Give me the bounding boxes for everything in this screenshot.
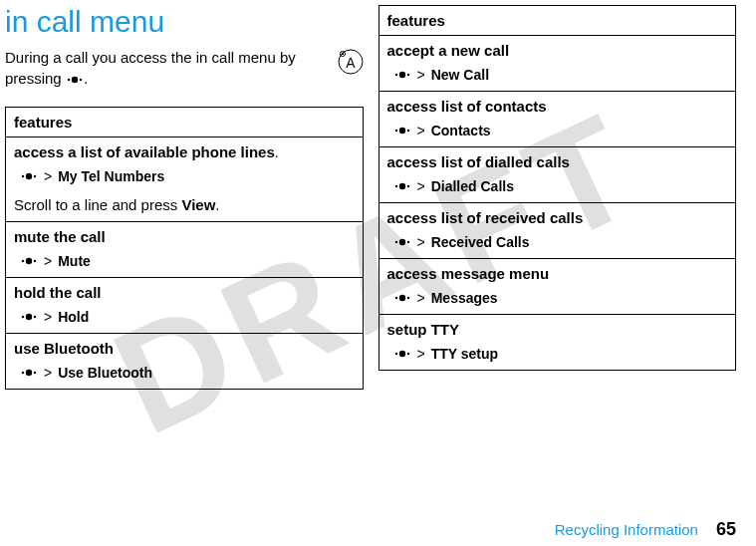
center-key-icon — [393, 236, 411, 248]
svg-point-33 — [398, 295, 404, 301]
feature-action: > Received Calls — [379, 230, 736, 258]
feature-title: mute the call — [6, 222, 363, 249]
intro-text: During a call you access the in call men… — [5, 47, 330, 89]
note-bold: View — [181, 196, 215, 213]
svg-point-2 — [80, 79, 82, 81]
feature-command: My Tel Numbers — [58, 168, 164, 184]
svg-point-26 — [394, 185, 396, 187]
page-title: in call menu — [5, 5, 364, 39]
svg-point-8 — [22, 175, 24, 177]
feature-command: Dialled Calls — [431, 178, 514, 194]
svg-point-35 — [394, 353, 396, 355]
feature-command: Messages — [431, 290, 498, 306]
svg-point-34 — [406, 297, 408, 299]
feature-row: mute the call > Mute — [6, 222, 363, 278]
note-prefix: Scroll to a line and press — [14, 196, 181, 213]
feature-action: > Messages — [379, 286, 736, 314]
svg-point-31 — [406, 241, 408, 243]
gt-symbol: > — [44, 168, 52, 184]
svg-point-21 — [398, 72, 404, 78]
feature-title: access list of received calls — [379, 203, 736, 230]
svg-point-14 — [22, 316, 24, 318]
svg-point-0 — [68, 79, 70, 81]
gt-symbol: > — [417, 346, 425, 362]
page-content: in call menu During a call you access th… — [0, 0, 756, 503]
feature-action: > TTY setup — [379, 342, 736, 370]
feature-row: access list of contacts > Contacts — [379, 92, 736, 147]
svg-point-37 — [406, 353, 408, 355]
feature-row: hold the call > Hold — [6, 278, 363, 334]
svg-point-29 — [394, 241, 396, 243]
gt-symbol: > — [417, 234, 425, 250]
svg-point-16 — [34, 316, 36, 318]
svg-point-17 — [22, 372, 24, 374]
intro-text-span: During a call you access the in call men… — [5, 49, 296, 87]
feature-title: setup TTY — [379, 315, 736, 342]
center-key-icon — [393, 180, 411, 192]
feature-command: Hold — [58, 309, 89, 325]
center-key-icon — [393, 69, 411, 81]
intro-suffix: . — [84, 70, 88, 87]
feature-title: accept a new call — [379, 36, 736, 63]
feature-title-text: access a list of available phone lines — [14, 143, 275, 160]
gt-symbol: > — [417, 123, 425, 138]
svg-point-32 — [394, 297, 396, 299]
intro-row: During a call you access the in call men… — [5, 47, 364, 89]
center-key-icon — [393, 292, 411, 304]
feature-row: use Bluetooth > Use Bluetooth — [6, 334, 363, 389]
feature-title: access a list of available phone lines. — [6, 137, 363, 164]
svg-point-18 — [26, 370, 32, 376]
left-column: in call menu During a call you access th… — [5, 5, 364, 493]
feature-row: access message menu > Messages — [379, 259, 736, 315]
footer: Recycling Information 65 — [555, 519, 736, 540]
feature-title: access message menu — [379, 259, 736, 286]
feature-row: access list of dialled calls > Dialled C… — [379, 147, 736, 203]
center-key-icon — [20, 170, 38, 182]
feature-command: Received Calls — [431, 234, 530, 250]
svg-point-20 — [394, 74, 396, 76]
feature-row: accept a new call > New Call — [379, 36, 736, 92]
svg-text:A: A — [346, 55, 356, 71]
svg-point-25 — [406, 130, 408, 132]
feature-command: TTY setup — [431, 346, 498, 362]
antenna-icon: A — [338, 49, 364, 75]
feature-action: > My Tel Numbers — [6, 164, 363, 192]
feature-action: > Hold — [6, 305, 363, 333]
svg-point-36 — [398, 351, 404, 357]
svg-point-13 — [34, 260, 36, 262]
center-key-icon — [20, 367, 38, 379]
svg-point-19 — [34, 372, 36, 374]
feature-command: Mute — [58, 253, 91, 269]
svg-point-11 — [22, 260, 24, 262]
left-table-header: features — [6, 108, 363, 137]
center-key-icon — [393, 348, 411, 360]
gt-symbol: > — [417, 67, 425, 83]
feature-command: New Call — [431, 67, 489, 83]
svg-point-24 — [398, 128, 404, 134]
gt-symbol: > — [417, 290, 425, 306]
svg-point-15 — [26, 314, 32, 320]
feature-note: Scroll to a line and press View. — [6, 192, 363, 221]
center-key-icon — [66, 74, 84, 86]
gt-symbol: > — [44, 253, 52, 269]
right-table-header: features — [379, 6, 736, 36]
svg-point-28 — [406, 185, 408, 187]
svg-point-1 — [72, 77, 78, 83]
center-key-icon — [393, 125, 411, 136]
feature-title: use Bluetooth — [6, 334, 363, 361]
feature-title: access list of contacts — [379, 92, 736, 119]
feature-command: Contacts — [431, 123, 491, 138]
gt-symbol: > — [44, 365, 52, 381]
feature-title: hold the call — [6, 278, 363, 305]
feature-title-suffix: . — [275, 143, 279, 160]
feature-title: access list of dialled calls — [379, 147, 736, 174]
svg-point-30 — [398, 239, 404, 245]
svg-point-27 — [398, 183, 404, 189]
svg-point-23 — [394, 130, 396, 132]
footer-link[interactable]: Recycling Information — [555, 521, 698, 538]
gt-symbol: > — [417, 178, 425, 194]
center-key-icon — [20, 311, 38, 323]
center-key-icon — [20, 255, 38, 267]
feature-action: > Use Bluetooth — [6, 361, 363, 389]
feature-action: > Mute — [6, 249, 363, 277]
